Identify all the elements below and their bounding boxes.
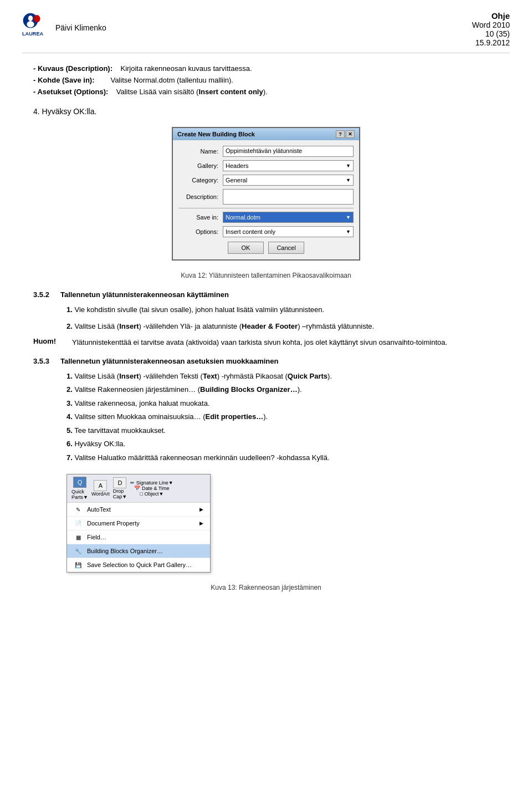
step-353-3: 3. Valitse rakenneosa, jonka haluat muok…: [66, 398, 499, 409]
step-353-7: 7. Valitse Haluatko määrittää rakenneosa…: [66, 452, 499, 463]
dialog-close-button[interactable]: ✕: [346, 130, 355, 138]
section-353-title: Tallennetun ylätunnisterakenneosan asetu…: [60, 357, 279, 365]
savein-select[interactable]: Normal.dotm ▼: [223, 212, 354, 223]
header-author-block: Päivi Klimenko: [55, 18, 106, 32]
intro-label-2: - Kohde (Save in):: [33, 76, 95, 84]
savein-label: Save in:: [178, 214, 223, 221]
drop-cap-ribbon-btn[interactable]: D DropCap▼: [113, 477, 127, 499]
category-select-arrow: ▼: [346, 177, 351, 183]
menu-item-document-property[interactable]: 📄 Document Property ▶: [67, 517, 210, 530]
step-352-1: 1. Vie kohdistin sivulle (tai sivun osal…: [66, 304, 499, 315]
step-353-6: 6. Hyväksy OK:lla.: [66, 438, 499, 450]
menu-item-save-selection[interactable]: 💾 Save Selection to Quick Part Gallery…: [67, 558, 210, 572]
huom-label: Huom!: [33, 337, 61, 348]
quick-parts-ribbon-btn[interactable]: Q QuickParts▼: [71, 477, 88, 500]
autotext-arrow: ▶: [200, 507, 203, 512]
dialog-box: Create New Building Block ? ✕ Name: Oppi…: [172, 127, 360, 261]
date-time-label: 📅 Date & Time: [134, 486, 169, 491]
dialog-container: Create New Building Block ? ✕ Name: Oppi…: [33, 127, 499, 261]
header-subtitle: Word 2010: [472, 21, 510, 29]
header: LAUREA Päivi Klimenko Ohje Word 2010 10 …: [22, 11, 510, 53]
header-left: LAUREA Päivi Klimenko: [22, 11, 106, 39]
object-label: □ Object▼: [140, 491, 163, 497]
wordart-icon: A: [94, 480, 107, 491]
autotext-label: AutoText: [87, 506, 111, 513]
intro-list: - Kuvaus (Description): Kirjoita rakenne…: [33, 64, 499, 96]
category-select[interactable]: General ▼: [223, 175, 354, 186]
ok-button[interactable]: OK: [228, 242, 264, 254]
dialog-title: Create New Building Block: [177, 131, 255, 137]
laurea-logo-icon: LAUREA: [22, 11, 50, 39]
step-352-2: 2. Valitse Lisää (Insert) -välilehden Yl…: [66, 321, 499, 332]
options-select[interactable]: Insert content only ▼: [223, 226, 354, 237]
gallery-select-arrow: ▼: [346, 163, 351, 169]
dialog-titlebar: Create New Building Block ? ✕: [173, 128, 359, 140]
category-row: Category: General ▼: [178, 175, 354, 186]
menu-item-building-blocks[interactable]: 🔧 Building Blocks Organizer…: [67, 544, 210, 558]
category-label: Category:: [178, 177, 223, 183]
dialog-help-button[interactable]: ?: [336, 130, 345, 138]
quick-icon: Q: [73, 477, 86, 488]
options-label: Options:: [178, 228, 223, 235]
save-selection-icon: 💾: [74, 560, 83, 569]
main-content: - Kuvaus (Description): Kirjoita rakenne…: [22, 64, 510, 591]
section-352-number: 3.5.2: [33, 290, 49, 299]
step-353-5: 5. Tee tarvittavat muokkaukset.: [66, 425, 499, 436]
step-353-4: 4. Valitse sitten Muokkaa ominaisuuksia……: [66, 411, 499, 422]
menu-caption: Kuva 13: Rakenneosan järjestäminen: [33, 584, 499, 591]
section-353-number: 3.5.3: [33, 357, 49, 365]
gallery-select[interactable]: Headers ▼: [223, 160, 354, 171]
step-353-1: 1. Valitse Lisää (Insert) -välilehden Te…: [66, 371, 499, 382]
building-blocks-icon: 🔧: [74, 547, 83, 555]
sig-line-ribbon-btn[interactable]: ✏ Signature Line▼ 📅 Date & Time □ Object…: [130, 480, 173, 497]
name-input[interactable]: Oppimistehtävän ylätunniste: [223, 146, 354, 157]
svg-point-1: [28, 16, 33, 21]
description-textarea[interactable]: [223, 189, 354, 205]
options-select-arrow: ▼: [346, 229, 351, 234]
svg-text:LAUREA: LAUREA: [22, 31, 44, 37]
quick-parts-menu: Q QuickParts▼ A WordArt D DropCap▼ ✏ S: [66, 474, 211, 573]
huom-text: Ylätunnistekenttää ei tarvitse avata (ak…: [72, 337, 447, 348]
logo-container: LAUREA: [22, 11, 50, 39]
menu-header-row: Q QuickParts▼ A WordArt D DropCap▼ ✏ S: [67, 474, 210, 503]
gallery-row: Gallery: Headers ▼: [178, 160, 354, 171]
field-label: Field…: [87, 534, 106, 540]
huom-row: Huom! Ylätunnistekenttää ei tarvitse ava…: [33, 337, 499, 348]
section-352-title: Tallennetun ylätunnisterakenneosan käytt…: [60, 290, 229, 299]
dialog-body: Name: Oppimistehtävän ylätunniste Galler…: [173, 140, 359, 259]
intro-item-1: - Kuvaus (Description): Kirjoita rakenne…: [33, 64, 499, 73]
dialog-separator-1: [178, 208, 354, 208]
document-property-label: Document Property: [87, 520, 140, 527]
intro-item-3: - Asetukset (Options): Valitse Lisää vai…: [33, 88, 499, 96]
section-353-content: 1. Valitse Lisää (Insert) -välilehden Te…: [66, 371, 499, 463]
wordart-ribbon-btn[interactable]: A WordArt: [91, 480, 110, 497]
dialog-buttons: OK Cancel: [178, 242, 354, 254]
name-row: Name: Oppimistehtävän ylätunniste: [178, 146, 354, 157]
intro-item-2: - Kohde (Save in): Valitse Normal.dotm (…: [33, 76, 499, 84]
step-353-2: 2. Valitse Rakenneosien järjestäminen… (…: [66, 384, 499, 395]
menu-item-autotext[interactable]: ✎ AutoText ▶: [67, 503, 210, 517]
intro-label-3: - Asetukset (Options):: [33, 88, 108, 96]
section-353-header: 3.5.3 Tallennetun ylätunnisterakenneosan…: [33, 357, 499, 365]
header-title: Ohje: [472, 11, 510, 21]
page-number: 10 (35): [472, 29, 510, 38]
building-blocks-label: Building Blocks Organizer…: [87, 548, 163, 554]
cancel-button[interactable]: Cancel: [268, 242, 304, 254]
gallery-label: Gallery:: [178, 162, 223, 169]
document-property-icon: 📄: [74, 519, 83, 528]
section-352-header: 3.5.2 Tallennetun ylätunnisterakenneosan…: [33, 290, 499, 299]
dialog-titlebar-buttons: ? ✕: [336, 130, 355, 138]
drop-cap-label: DropCap▼: [113, 488, 127, 499]
description-row: Description:: [178, 189, 354, 205]
page: LAUREA Päivi Klimenko Ohje Word 2010 10 …: [0, 0, 532, 786]
author-name: Päivi Klimenko: [55, 23, 106, 32]
quick-label: QuickParts▼: [71, 489, 88, 500]
savein-row: Save in: Normal.dotm ▼: [178, 212, 354, 223]
field-icon: ▦: [74, 533, 83, 542]
header-date: 15.9.2012: [472, 38, 510, 47]
svg-point-3: [34, 15, 40, 22]
menu-item-field[interactable]: ▦ Field…: [67, 530, 210, 544]
doc-property-arrow: ▶: [200, 520, 203, 526]
quick-parts-menu-container: Q QuickParts▼ A WordArt D DropCap▼ ✏ S: [66, 474, 499, 573]
section-352-content: 1. Vie kohdistin sivulle (tai sivun osal…: [66, 304, 499, 331]
